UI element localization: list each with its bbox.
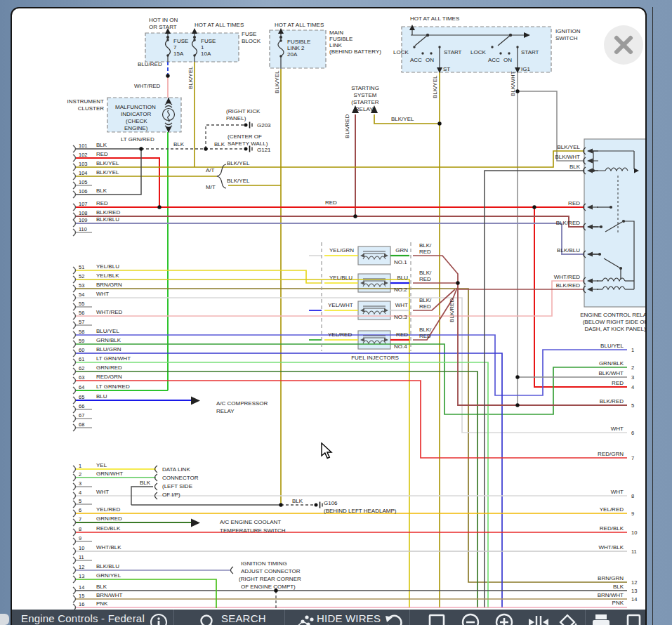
pin-number-3: 3: [79, 480, 81, 487]
junction-dot-small: [610, 206, 612, 209]
label-hot-in-on-2: OR START: [149, 24, 177, 30]
toolbar-divider: [585, 610, 586, 625]
pin-number-14: 14: [79, 584, 84, 591]
pin-wire-label-61: LT GRN/WHT: [96, 355, 131, 362]
switch-contact-dot: [516, 46, 518, 48]
pin-number-51: 51: [79, 264, 84, 270]
bookmark-icon: [625, 613, 643, 625]
toolbar-divider: [173, 610, 174, 625]
label-itac-3: (RIGHT REAR CORNER: [239, 576, 301, 582]
color-mode-button[interactable]: [558, 613, 579, 625]
label-g203: G203: [257, 122, 271, 129]
label-pnk-right: PNK: [612, 600, 624, 606]
label-relay-in-2: BLK/WHT: [555, 154, 580, 160]
pin-number-53: 53: [79, 282, 84, 289]
arrow-icon-10: [191, 519, 200, 527]
junction-dot-small: [600, 225, 602, 228]
pin-terminal-57: [73, 322, 76, 329]
hide-wires-button[interactable]: [293, 613, 314, 625]
pin-terminal-55: [73, 303, 76, 310]
label-ss-4: RELAY): [355, 106, 376, 112]
diagram-viewer-modal: HOT IN ONOR STARTHOT AT ALL TIMESHOT AT …: [11, 7, 647, 625]
pin-terminal-102: [73, 154, 76, 162]
save-page-button[interactable]: [625, 613, 643, 625]
pin-terminal-51: [73, 267, 76, 274]
pin-terminal-10: [73, 548, 76, 555]
label-hot-all-2: HOT AT ALL TIMES: [275, 22, 324, 28]
pin-number-62: 62: [79, 365, 84, 371]
label-fuse1-3: 10A: [201, 51, 211, 57]
close-icon: [604, 25, 643, 65]
fit-screen-button[interactable]: [428, 613, 446, 625]
label-inj-r4: RED: [396, 331, 408, 338]
wire-red_grn-35: [76, 381, 627, 458]
label-relay-in-4: RED: [568, 200, 580, 206]
label-lock-b: LOCK: [470, 49, 486, 55]
label-main-fl-2: FUSIBLE: [329, 36, 353, 42]
pin-number-13: 13: [79, 573, 84, 579]
right-pin-wire-label-5: BLK/RED: [600, 398, 624, 404]
label-st: ST: [443, 66, 450, 72]
label-ss-3: (STARTER: [351, 99, 378, 105]
label-inj-o2a: BLK/: [419, 270, 432, 276]
pin-number-109: 109: [79, 217, 88, 223]
label-v-blk-yel-3: BLK/YEL: [432, 75, 438, 98]
pin-wire-label-16: PNK: [96, 600, 108, 607]
right-pin-number-12: 12: [631, 579, 637, 586]
zoom-out-button[interactable]: [461, 613, 480, 625]
label-at: A/T: [206, 167, 215, 173]
pin-number-10: 10: [79, 545, 84, 551]
pin-terminal-103: [73, 164, 76, 171]
pin-number-52: 52: [79, 273, 84, 279]
pin-wire-label-103: BLK/YEL: [96, 160, 119, 166]
hide-wires-label[interactable]: HIDE WIRES: [317, 612, 381, 624]
pin-wire-label-8: RED/BLK: [96, 525, 121, 532]
pin-number-64: 64: [79, 384, 84, 390]
search-button[interactable]: [199, 613, 217, 625]
print-button[interactable]: [591, 613, 612, 625]
pin-terminal-6: [73, 510, 76, 517]
pin-terminal-64: [73, 387, 76, 394]
junction-dot: [456, 281, 459, 284]
zoom-in-button[interactable]: [495, 613, 513, 625]
symbol-line-22: [217, 164, 226, 188]
pin-wire-label-109: BLK/BLU: [96, 216, 119, 223]
fit-width-button[interactable]: [528, 613, 549, 625]
right-pin-wire-label-13: BLK: [613, 584, 624, 590]
right-pin-wire-label-4: RED: [612, 380, 624, 386]
pin-terminal-14: [73, 587, 76, 594]
pin-terminal-61: [73, 359, 76, 366]
label-wht-red: WHT/RED: [134, 83, 161, 89]
label-v-blk-yel-1: BLK/YEL: [187, 66, 194, 89]
label-malf-2: INDICATOR: [121, 111, 151, 117]
label-on-b: ON: [503, 57, 512, 63]
reset-view-button[interactable]: [384, 613, 404, 625]
right-pin-number-5: 5: [631, 402, 634, 409]
pin-wire-label-65: BLU: [96, 393, 107, 400]
close-button[interactable]: [604, 25, 643, 65]
pin-terminal-56: [73, 312, 76, 320]
right-pin-number-10: 10: [631, 529, 637, 536]
label-fuse-block-1: FUSE: [242, 31, 256, 37]
label-relay-in-6: BLK/BLU: [557, 247, 580, 254]
pin-terminal-109: [73, 220, 76, 227]
junction-dot-small: [193, 36, 196, 39]
info-button[interactable]: [150, 613, 168, 625]
switch-contact-dot: [508, 52, 510, 54]
pin-terminal-7: [73, 519, 76, 526]
pin-number-12: 12: [79, 564, 84, 570]
pin-number-106: 106: [79, 188, 88, 195]
label-fusible-1: FUSIBLE: [287, 39, 310, 45]
scroll-nub[interactable]: [0, 614, 9, 625]
label-inj-r2: BLU: [397, 275, 408, 281]
pin-terminal-12: [73, 567, 76, 574]
pin-number-11: 11: [79, 554, 84, 560]
fuse-end-dot: [166, 39, 169, 41]
label-main-fl-3: LINK: [329, 42, 342, 48]
ground-icon-1: [244, 147, 248, 151]
fuse-end-dot: [279, 55, 282, 58]
search-label[interactable]: SEARCH: [221, 612, 266, 624]
pin-wire-label-7: GRN/RED: [96, 515, 122, 522]
pin-number-63: 63: [79, 374, 84, 381]
pin-number-16: 16: [79, 601, 84, 607]
